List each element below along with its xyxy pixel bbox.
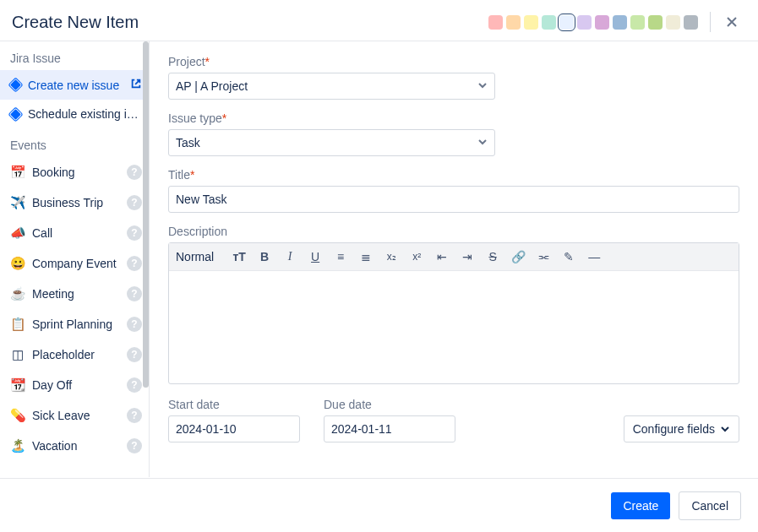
text-size-icon[interactable]: тT (231, 248, 248, 265)
help-icon[interactable]: ? (127, 347, 142, 362)
unordered-list-icon[interactable]: ≣ (357, 248, 374, 265)
project-field: Project* AP | A Project (168, 55, 739, 100)
sidebar-heading-events: Events (0, 128, 149, 157)
start-date-input[interactable]: 2024-01-10 (168, 415, 300, 442)
italic-icon[interactable]: I (281, 248, 298, 265)
divider (710, 12, 711, 32)
title-label: Title* (168, 168, 739, 182)
ordered-list-icon[interactable]: ≡ (332, 248, 349, 265)
color-swatch[interactable] (559, 15, 574, 30)
sidebar-item-event[interactable]: 😀Company Event? (0, 248, 149, 279)
help-icon[interactable]: ? (127, 195, 142, 210)
title-input[interactable]: New Task (168, 186, 739, 213)
required-asterisk-icon: * (205, 55, 210, 68)
help-icon[interactable]: ? (127, 317, 142, 332)
sidebar-item-event[interactable]: 📣Call? (0, 218, 149, 248)
close-button[interactable] (723, 13, 741, 31)
color-swatch[interactable] (506, 15, 521, 30)
color-swatch[interactable] (666, 15, 680, 30)
color-swatch[interactable] (524, 15, 538, 30)
external-link-icon (130, 78, 142, 92)
clear-format-icon[interactable]: ✎ (560, 248, 577, 265)
link-icon[interactable]: 🔗 (510, 248, 526, 265)
project-value: AP | A Project (176, 79, 248, 93)
issuetype-select[interactable]: Task (168, 129, 495, 156)
project-select[interactable]: AP | A Project (168, 73, 495, 100)
underline-icon[interactable]: U (307, 248, 324, 265)
sidebar-item-jira[interactable]: Schedule existing issue (0, 100, 149, 128)
issuetype-field: Issue type* Task (168, 111, 739, 156)
unlink-icon[interactable]: ⫘ (535, 248, 552, 265)
sidebar-item-event[interactable]: 📆Day Off? (0, 370, 149, 400)
help-icon[interactable]: ? (127, 408, 142, 423)
description-textarea[interactable] (169, 271, 739, 383)
header-actions (488, 12, 741, 32)
create-button[interactable]: Create (611, 492, 670, 519)
issuetype-label: Issue type* (168, 111, 739, 125)
event-type-icon: ✈️ (10, 195, 25, 210)
event-type-icon: ☕ (10, 286, 25, 301)
sidebar-item-label: Sick Leave (32, 409, 120, 422)
start-date-label: Start date (168, 398, 300, 411)
text-style-selector[interactable]: Normal (176, 250, 222, 263)
date-row: Start date 2024-01-10 Due date 2024-01-1… (168, 398, 739, 442)
color-swatch[interactable] (684, 15, 698, 30)
outdent-icon[interactable]: ⇤ (434, 248, 450, 265)
sidebar-item-label: Call (32, 226, 120, 240)
event-type-icon: 📆 (10, 377, 25, 393)
chevron-down-icon (477, 136, 488, 149)
color-swatch[interactable] (542, 15, 556, 30)
color-swatch[interactable] (648, 15, 663, 30)
color-swatch[interactable] (488, 15, 503, 30)
color-swatch[interactable] (630, 15, 645, 30)
sidebar-item-event[interactable]: 📋Sprint Planning? (0, 309, 149, 339)
due-date-input[interactable]: 2024-01-11 (324, 415, 455, 442)
cancel-button[interactable]: Cancel (679, 491, 741, 520)
help-icon[interactable]: ? (127, 225, 142, 241)
sidebar-item-event[interactable]: ✈️Business Trip? (0, 187, 149, 218)
sidebar-item-label: Day Off (32, 378, 120, 392)
sidebar-item-event[interactable]: 🏝️Vacation? (0, 431, 149, 461)
help-icon[interactable]: ? (127, 256, 142, 271)
subscript-icon[interactable]: x₂ (383, 248, 400, 265)
sidebar-item-label: Booking (32, 166, 120, 179)
sidebar-item-event[interactable]: ☕Meeting? (0, 279, 149, 309)
event-type-icon: 💊 (10, 408, 25, 423)
horizontal-rule-icon[interactable]: — (586, 248, 603, 265)
event-type-icon: ◫ (10, 347, 25, 362)
sidebar: Jira Issue Create new issueSchedule exis… (0, 41, 150, 477)
dialog-body: Jira Issue Create new issueSchedule exis… (0, 41, 758, 477)
color-picker (488, 15, 698, 30)
issue-diamond-icon (10, 109, 21, 120)
required-asterisk-icon: * (222, 111, 226, 125)
bold-icon[interactable]: B (256, 248, 273, 265)
sidebar-item-event[interactable]: 📅Booking? (0, 157, 149, 187)
help-icon[interactable]: ? (127, 438, 142, 453)
strikethrough-icon[interactable]: S (484, 248, 501, 265)
issue-diamond-icon (10, 79, 21, 90)
dialog-footer: Create Cancel (0, 478, 758, 532)
sidebar-item-label: Vacation (32, 439, 120, 453)
superscript-icon[interactable]: x² (408, 248, 425, 265)
color-swatch[interactable] (595, 15, 609, 30)
due-date-field: Due date 2024-01-11 (324, 398, 455, 442)
title-field: Title* New Task (168, 168, 739, 213)
due-date-label: Due date (324, 398, 455, 411)
configure-fields-button[interactable]: Configure fields (624, 415, 739, 442)
help-icon[interactable]: ? (127, 377, 142, 393)
help-icon[interactable]: ? (127, 165, 142, 180)
start-date-field: Start date 2024-01-10 (168, 398, 300, 442)
required-asterisk-icon: * (190, 168, 194, 182)
rich-text-editor: Normal тT B I U ≡ ≣ x₂ x² ⇤ ⇥ S 🔗 ⫘ ✎ — (168, 242, 739, 384)
scrollbar-thumb[interactable] (143, 41, 149, 388)
chevron-down-icon (720, 424, 730, 434)
event-type-icon: 📣 (10, 225, 25, 241)
sidebar-item-label: Company Event (32, 257, 120, 270)
sidebar-item-event[interactable]: 💊Sick Leave? (0, 400, 149, 431)
help-icon[interactable]: ? (127, 286, 142, 301)
sidebar-item-jira[interactable]: Create new issue (0, 70, 149, 100)
indent-icon[interactable]: ⇥ (459, 248, 476, 265)
sidebar-item-event[interactable]: ◫Placeholder? (0, 339, 149, 370)
color-swatch[interactable] (577, 15, 592, 30)
color-swatch[interactable] (613, 15, 627, 30)
